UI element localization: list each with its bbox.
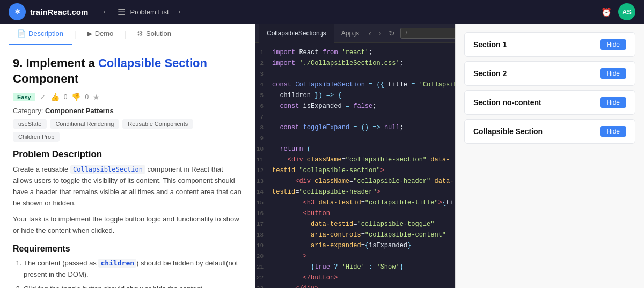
- section-1-header: Section 1 Hide: [465, 33, 635, 56]
- line-num-22: 22: [255, 273, 272, 283]
- tab-demo[interactable]: ▶ Demo: [78, 24, 122, 45]
- code-line-13: 13 <div className="collapsible-header" d…: [255, 176, 455, 187]
- code-line-11: 11 <div className="collapsible-section" …: [255, 154, 455, 165]
- avatar: AS: [618, 3, 635, 20]
- demo-icon: ▶: [87, 29, 92, 38]
- check-icon[interactable]: ✓: [40, 93, 46, 101]
- line-code-20: >: [272, 252, 307, 261]
- req-item-2: Clicking the toggle button should show o…: [24, 284, 242, 288]
- logo-area: ⚛ trainReact.com: [9, 3, 88, 20]
- tag-conditional[interactable]: Conditional Rendering: [50, 119, 119, 129]
- section-1-hide-btn[interactable]: Hide: [600, 39, 626, 50]
- logo-text: trainReact.com: [30, 8, 88, 17]
- inline-code-1: CollapsibleSection: [70, 165, 145, 174]
- line-num-16: 16: [255, 209, 272, 218]
- thumbs-down-count: 0: [85, 93, 89, 101]
- code-line-8: 8 const toggleExpand = () => null;: [255, 122, 455, 133]
- tab-divider-1: |: [72, 30, 78, 39]
- description-title: Problem Description: [13, 149, 242, 160]
- category-row: Category: Component Patterns: [13, 107, 242, 115]
- code-line-2: 2 import './CollapsibleSection.css';: [255, 58, 455, 69]
- problem-list-label: Problem List: [130, 8, 169, 16]
- editor-refresh-btn[interactable]: ↻: [386, 28, 397, 39]
- line-code-13: <div className="collapsible-header" data…: [272, 176, 454, 186]
- code-line-19: 19 aria-expanded={isExpanded}: [255, 240, 455, 251]
- collapsible-section-hide-btn[interactable]: Hide: [600, 126, 626, 137]
- line-num-5: 5: [255, 91, 272, 100]
- thumbs-up-icon[interactable]: 👍: [50, 93, 60, 101]
- left-content: 9. Implement a Collapsible Section Compo…: [0, 45, 255, 288]
- line-code-23: </div>: [272, 284, 318, 288]
- line-num-10: 10: [255, 144, 272, 154]
- tab-solution[interactable]: ⚙ Solution: [128, 24, 180, 45]
- line-num-2: 2: [255, 58, 272, 68]
- code-line-17: 17 data-testid="collapsible-toggle": [255, 219, 455, 230]
- code-line-18: 18 aria-controls="collapsible-content": [255, 230, 455, 240]
- problem-title-prefix: Implement a: [26, 56, 98, 70]
- problem-list-link[interactable]: Problem List: [130, 6, 169, 18]
- section-2-header: Section 2 Hide: [465, 62, 635, 85]
- line-code-4: const CollapsibleSection = ({ title = 'C…: [272, 80, 455, 90]
- code-line-4: 4 const CollapsibleSection = ({ title = …: [255, 79, 455, 90]
- tags-row: useState Conditional Rendering Reusable …: [13, 119, 242, 142]
- line-code-10: return (: [272, 144, 311, 154]
- editor-tab-collapsible[interactable]: CollapsibleSection.js: [259, 24, 334, 43]
- solution-icon: ⚙: [137, 29, 143, 38]
- line-num-21: 21: [255, 262, 272, 272]
- line-code-14: testid="collapsible-header">: [272, 187, 380, 197]
- problem-title: 9. Implement a Collapsible Section Compo…: [13, 56, 242, 86]
- line-num-1: 1: [255, 48, 272, 57]
- code-line-7: 7: [255, 112, 455, 122]
- line-num-13: 13: [255, 176, 272, 186]
- code-line-16: 16 <button: [255, 208, 455, 219]
- editor-fwd-btn[interactable]: ›: [377, 28, 384, 39]
- section-no-content-header: Section no-content Hide: [465, 91, 635, 114]
- tab-description[interactable]: 📄 Description: [9, 24, 72, 45]
- code-line-23: 23 </div>: [255, 283, 455, 288]
- line-code-16: <button: [272, 209, 330, 218]
- line-num-4: 4: [255, 80, 272, 90]
- collapsible-section-title: Collapsible Section: [473, 127, 543, 136]
- tag-usestate[interactable]: useState: [13, 119, 47, 129]
- line-code-15: <h3 data-testid="collapsible-title">{tit…: [272, 198, 455, 208]
- line-num-19: 19: [255, 241, 272, 250]
- line-code-1: import React from 'react';: [272, 48, 372, 57]
- line-num-7: 7: [255, 112, 272, 122]
- next-button[interactable]: →: [171, 6, 185, 18]
- right-panel: CollapsibleSection.js App.js ‹ › ↻ 1 imp…: [255, 24, 455, 288]
- tag-reusable[interactable]: Reusable Components: [122, 119, 193, 129]
- line-code-19: aria-expanded={isExpanded}: [272, 241, 411, 250]
- prev-button[interactable]: ←: [99, 6, 113, 18]
- section-2: Section 2 Hide: [464, 61, 635, 86]
- collapsible-section-header: Collapsible Section Hide: [465, 120, 635, 143]
- line-code-11: <div className="collapsible-section" dat…: [272, 155, 450, 165]
- description-text: Create a reusable CollapsibleSection com…: [13, 164, 242, 209]
- main-layout: 📄 Description | ▶ Demo | ⚙ Solution 9. I…: [0, 24, 644, 288]
- problem-title-highlight: Collapsible Section: [98, 56, 207, 70]
- editor-tab-app[interactable]: App.js: [334, 24, 367, 43]
- star-icon[interactable]: ★: [93, 93, 100, 101]
- editor-back-btn[interactable]: ‹: [367, 28, 374, 39]
- code-line-14: 14 testid="collapsible-header">: [255, 187, 455, 197]
- thumbs-up-count: 0: [64, 93, 68, 101]
- preview-panel: Section 1 Hide Section 2 Hide Section no…: [455, 24, 644, 288]
- section-2-hide-btn[interactable]: Hide: [600, 68, 626, 79]
- code-line-5: 5 children }) => {: [255, 90, 455, 101]
- tag-children[interactable]: Children Prop: [13, 132, 60, 142]
- code-line-10: 10 return (: [255, 144, 455, 154]
- tab-description-label: Description: [28, 29, 63, 38]
- line-num-17: 17: [255, 219, 272, 229]
- section-no-content-hide-btn[interactable]: Hide: [600, 97, 626, 108]
- editor-search-input[interactable]: [400, 28, 455, 39]
- line-code-5: children }) => {: [272, 91, 342, 100]
- line-code-18: aria-controls="collapsible-content": [272, 230, 446, 240]
- meta-row: Easy ✓ 👍 0 👎 0 ★: [13, 93, 242, 101]
- code-line-22: 22 </button>: [255, 272, 455, 283]
- category-value: Component Patterns: [45, 107, 114, 115]
- editor-controls: ‹ › ↻: [367, 28, 455, 39]
- menu-button[interactable]: ☰: [115, 6, 128, 18]
- thumbs-down-icon[interactable]: 👎: [71, 93, 80, 101]
- category-label: Category:: [13, 107, 43, 115]
- editor-tab-app-label: App.js: [341, 29, 359, 37]
- problem-number: 9.: [13, 56, 23, 70]
